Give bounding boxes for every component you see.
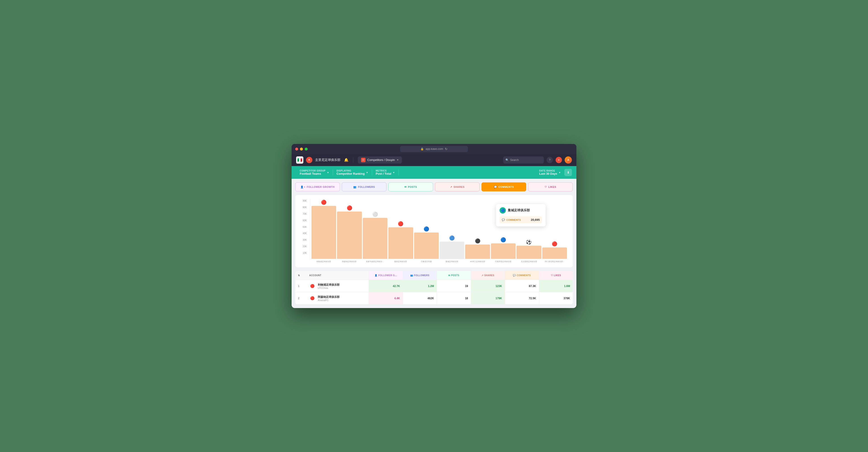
x-label-liverpool: 利物浦足球俱乐部 <box>311 260 336 263</box>
th-follower-growth[interactable]: 👤 FOLLOWER G... <box>369 271 403 280</box>
th-followers[interactable]: 👥 FOLLOWERS <box>403 271 437 280</box>
x-label-barcelona: 巴塞罗那足球俱乐部 <box>491 260 516 263</box>
td-rank-1: 1 <box>295 280 307 292</box>
competitor-group-filter[interactable]: COMPETITOR GROUP Football Teams ▼ <box>296 169 333 175</box>
header-right: 🔍 Search ? + A <box>503 156 572 164</box>
tab-shares[interactable]: ↗ SHARES <box>435 182 480 191</box>
arsenal-logo-icon: 🔴 <box>347 205 352 211</box>
competitor-group-label: COMPETITOR GROUP <box>300 169 326 172</box>
th-likes[interactable]: ♡ LIKES <box>539 271 573 280</box>
displaying-filter[interactable]: DISPLAYING Competitor Ranking ▼ <box>333 169 372 175</box>
bar-bayern: 🔴 <box>542 202 567 259</box>
close-button[interactable] <box>295 148 298 151</box>
tab-follower-growth[interactable]: 👤+ FOLLOWER GROWTH <box>295 182 340 191</box>
download-button[interactable]: ⬇ <box>565 169 572 176</box>
juventus-logo-icon: ⚽ <box>526 239 532 245</box>
minimize-button[interactable] <box>300 148 303 151</box>
tab-followers[interactable]: 👥 FOLLOWERS <box>342 182 386 191</box>
td-posts-1: 19 <box>437 280 471 292</box>
tooltip-metric-label: 💬 COMMENTS <box>502 218 521 221</box>
search-box[interactable]: 🔍 Search <box>503 156 544 164</box>
table-row-arsenal[interactable]: 2 🔴 阿森纳足球俱乐部 ArsenalFC 4.4K 462K 18 179K… <box>295 292 573 304</box>
liverpool-info: 利物浦足球俱乐部 LFCChina <box>318 283 340 289</box>
x-label-realmadrid: 皇家马德里足球俱乐... <box>363 260 388 263</box>
liverpool-name: 利物浦足球俱乐部 <box>318 283 340 287</box>
tab-likes[interactable]: ♡ LIKES <box>528 182 573 191</box>
tab-posts[interactable]: ✉ POSTS <box>388 182 433 191</box>
tab-likes-label: LIKES <box>548 186 556 188</box>
tooltip-metric: 💬 COMMENTS 20,695 <box>500 216 542 223</box>
maximize-button[interactable] <box>305 148 308 151</box>
displaying-value: Competitor Ranking <box>337 172 365 175</box>
y-label-60k: 60K <box>303 219 308 222</box>
nav-dropdown[interactable]: D Competitors / Douyin ▼ <box>358 156 402 164</box>
follower-growth-icon: 👤+ <box>301 186 305 189</box>
tab-comments[interactable]: 💬 COMMENTS <box>482 182 526 191</box>
tab-comments-label: COMMENTS <box>498 186 514 188</box>
bar-acmilan-rect: ⚫ <box>465 245 490 259</box>
rankings-table: ⇅ ACCOUNT 👤 FOLLOWER G... 👥 FOLLOWERS ✉ … <box>295 271 573 304</box>
liverpool-avatar: 🔴 <box>309 283 315 289</box>
td-likes-2: 378K <box>539 292 573 304</box>
y-label-70k: 70K <box>303 213 308 215</box>
td-followers-1: 1.2M <box>403 280 437 292</box>
th-posts[interactable]: ✉ POSTS <box>437 271 471 280</box>
metrics-value: Post / Total <box>376 172 391 175</box>
date-range-chevron-icon: ▼ <box>559 171 561 174</box>
bar-liverpool: 🔴 <box>311 202 336 259</box>
follower-g-icon: 👤 <box>375 274 377 277</box>
td-comments-1: 87.3K <box>505 280 539 292</box>
date-range-filter[interactable]: DATE RANGE Last 30 Days ▼ <box>536 169 565 175</box>
brand-logo: 🇮🇹 <box>296 156 303 164</box>
td-followers-2: 462K <box>403 292 437 304</box>
table-row-liverpool[interactable]: 1 🔴 利物浦足球俱乐部 LFCChina 42.7K 1.2M 19 123K… <box>295 280 573 292</box>
tooltip-metric-value: 20,695 <box>531 218 540 222</box>
bar-juventus-rect: ⚽ <box>517 246 541 259</box>
mancity-logo-icon: 🔵 <box>449 235 455 241</box>
competitor-group-value: Football Teams <box>300 172 326 175</box>
chart-container: 90K 80K 70K 60K 50K 40K 30K 20K 10K <box>295 195 573 267</box>
app-header: 🇮🇹 K 圭里尼足球俱乐部 🔔 D Competitors / Douyin ▼… <box>291 154 577 166</box>
metrics-filter[interactable]: METRICS Post / Total ▼ <box>372 169 399 175</box>
tooltip-team-name: 曼城足球俱乐部 <box>508 208 530 213</box>
avatar[interactable]: A <box>565 156 572 164</box>
followers-th-icon: 👥 <box>410 274 413 277</box>
notification-bell-icon[interactable]: 🔔 <box>344 158 348 162</box>
td-account-arsenal: 🔴 阿森纳足球俱乐部 ArsenalFC <box>307 292 369 304</box>
y-label-50k: 50K <box>303 226 308 228</box>
filter-bar: COMPETITOR GROUP Football Teams ▼ DISPLA… <box>291 166 577 179</box>
posts-th-icon: ✉ <box>448 274 450 277</box>
y-label-80k: 80K <box>303 206 308 208</box>
help-button[interactable]: ? <box>547 157 553 163</box>
traffic-lights <box>295 148 308 151</box>
metric-tabs: 👤+ FOLLOWER GROWTH 👥 FOLLOWERS ✉ POSTS ↗… <box>295 182 573 191</box>
mac-window: 🔒 app.kawo.com ↻ 🇮🇹 K 圭里尼足球俱乐部 🔔 D Compe… <box>291 144 577 308</box>
shares-th-icon: ↗ <box>482 274 484 277</box>
date-range-value: Last 30 Days <box>539 172 557 175</box>
td-comments-2: 72.5K <box>505 292 539 304</box>
th-shares[interactable]: ↗ SHARES <box>471 271 505 280</box>
arsenal-avatar: 🔴 <box>309 295 315 301</box>
th-posts-label: POSTS <box>451 274 459 277</box>
th-shares-label: SHARES <box>484 274 494 277</box>
shares-icon: ↗ <box>450 186 452 189</box>
bar-realmadrid: ⚪ <box>363 202 388 259</box>
brand-logo-icon: 🇮🇹 <box>297 158 302 162</box>
reload-icon[interactable]: ↻ <box>445 147 447 151</box>
th-comments[interactable]: 💬 COMMENTS <box>505 271 539 280</box>
y-axis: 90K 80K 70K 60K 50K 40K 30K 20K 10K <box>300 199 310 263</box>
url-bar[interactable]: 🔒 app.kawo.com ↻ <box>400 146 468 152</box>
bar-mancity-rect: 🔵 <box>440 241 464 259</box>
bar-manutd: 🔴 <box>388 202 413 259</box>
psg-logo-icon: 🔵 <box>424 226 429 232</box>
lock-icon: 🔒 <box>421 147 424 151</box>
tab-followers-label: FOLLOWERS <box>358 186 375 188</box>
td-likes-1: 1.6M <box>539 280 573 292</box>
th-account[interactable]: ACCOUNT <box>307 274 369 277</box>
bar-psg: 🔵 <box>414 202 439 259</box>
liverpool-handle: LFCChina <box>318 287 340 289</box>
content-area: 👤+ FOLLOWER GROWTH 👥 FOLLOWERS ✉ POSTS ↗… <box>291 179 577 308</box>
add-button[interactable]: + <box>556 157 562 163</box>
y-label-30k: 30K <box>303 239 308 241</box>
search-icon: 🔍 <box>505 158 509 162</box>
